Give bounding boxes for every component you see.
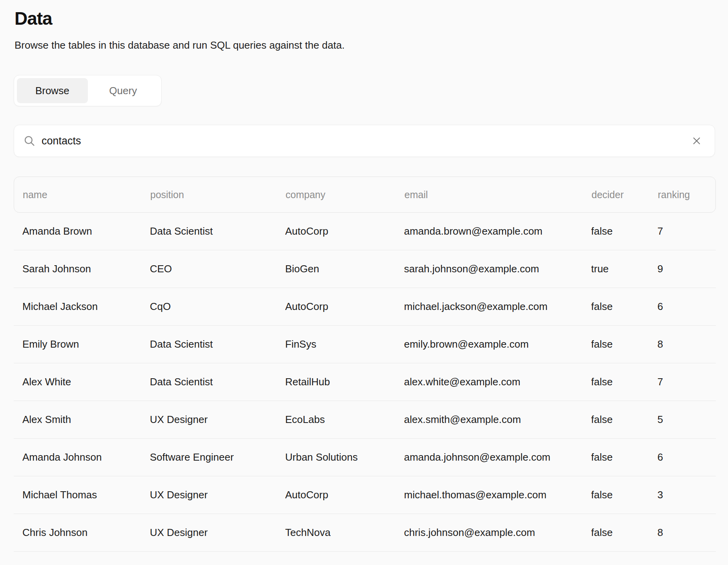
table-row: Sarah Johnson CEO BioGen sarah.johnson@e… <box>14 250 716 288</box>
cell-position: Data Scientist <box>150 338 285 350</box>
cell-decider: false <box>591 376 657 388</box>
cell-ranking: 8 <box>657 527 716 539</box>
cell-email: alex.white@example.com <box>404 376 591 388</box>
cell-ranking: 5 <box>657 414 716 426</box>
cell-position: UX Designer <box>150 414 285 426</box>
tab-query[interactable]: Query <box>88 78 159 103</box>
table-row: Amanda Johnson Software Engineer Urban S… <box>14 439 716 476</box>
cell-name: Michael Thomas <box>22 489 150 501</box>
column-header-email: email <box>404 189 592 200</box>
cell-ranking: 6 <box>657 451 716 463</box>
cell-position: UX Designer <box>150 527 285 539</box>
cell-company: AutoCorp <box>285 225 404 237</box>
clear-search-button[interactable] <box>689 133 704 149</box>
cell-position: Software Engineer <box>150 451 285 463</box>
cell-decider: false <box>591 451 657 463</box>
table-row: Alex White Data Scientist RetailHub alex… <box>14 363 716 401</box>
table-row: Emily Brown Data Scientist FinSys emily.… <box>14 326 716 363</box>
search-icon <box>23 134 36 148</box>
cell-decider: false <box>591 338 657 350</box>
column-header-ranking: ranking <box>658 189 715 200</box>
cell-position: UX Designer <box>150 489 285 501</box>
cell-email: emily.brown@example.com <box>404 338 591 350</box>
cell-email: michael.jackson@example.com <box>404 301 591 313</box>
cell-company: AutoCorp <box>285 489 404 501</box>
cell-position: CqO <box>150 301 285 313</box>
x-icon <box>691 135 703 147</box>
column-header-name: name <box>23 189 150 200</box>
cell-name: Amanda Brown <box>22 225 150 237</box>
cell-company: EcoLabs <box>285 414 404 426</box>
cell-position: Data Scientist <box>150 376 285 388</box>
table-row: Chris Johnson UX Designer TechNova chris… <box>14 514 716 552</box>
cell-position: CEO <box>150 263 285 275</box>
page-subtitle: Browse the tables in this database and r… <box>15 39 345 51</box>
cell-name: Amanda Johnson <box>22 451 150 463</box>
cell-ranking: 6 <box>657 301 716 313</box>
table-header-row: name position company email decider rank… <box>14 177 716 213</box>
cell-email: amanda.brown@example.com <box>404 225 591 237</box>
cell-company: Urban Solutions <box>285 451 404 463</box>
cell-ranking: 8 <box>657 338 716 350</box>
table-body: Amanda Brown Data Scientist AutoCorp ama… <box>14 213 716 552</box>
cell-name: Sarah Johnson <box>22 263 150 275</box>
column-header-decider: decider <box>592 189 658 200</box>
table-row: Michael Jackson CqO AutoCorp michael.jac… <box>14 288 716 326</box>
cell-name: Emily Brown <box>22 338 150 350</box>
cell-ranking: 7 <box>657 225 716 237</box>
cell-company: RetailHub <box>285 376 404 388</box>
cell-name: Alex White <box>22 376 150 388</box>
cell-email: alex.smith@example.com <box>404 414 591 426</box>
cell-decider: false <box>591 414 657 426</box>
cell-decider: true <box>591 263 657 275</box>
cell-decider: false <box>591 301 657 313</box>
table-row: Michael Thomas UX Designer AutoCorp mich… <box>14 476 716 514</box>
column-header-company: company <box>286 189 404 200</box>
tab-browse[interactable]: Browse <box>17 78 88 103</box>
table-search-box <box>14 125 715 157</box>
cell-company: FinSys <box>285 338 404 350</box>
cell-name: Alex Smith <box>22 414 150 426</box>
cell-company: TechNova <box>285 527 404 539</box>
table-row: Alex Smith UX Designer EcoLabs alex.smit… <box>14 401 716 439</box>
page-title: Data <box>15 8 52 29</box>
cell-email: chris.johnson@example.com <box>404 527 591 539</box>
cell-name: Chris Johnson <box>22 527 150 539</box>
contacts-table: name position company email decider rank… <box>14 177 716 552</box>
data-page: Data Browse the tables in this database … <box>0 0 728 565</box>
cell-ranking: 7 <box>657 376 716 388</box>
column-header-position: position <box>150 189 286 200</box>
cell-company: BioGen <box>285 263 404 275</box>
cell-decider: false <box>591 527 657 539</box>
cell-email: amanda.johnson@example.com <box>404 451 591 463</box>
cell-decider: false <box>591 489 657 501</box>
cell-name: Michael Jackson <box>22 301 150 313</box>
cell-ranking: 3 <box>657 489 716 501</box>
cell-email: michael.thomas@example.com <box>404 489 591 501</box>
cell-email: sarah.johnson@example.com <box>404 263 591 275</box>
cell-ranking: 9 <box>657 263 716 275</box>
table-row: Amanda Brown Data Scientist AutoCorp ama… <box>14 213 716 250</box>
cell-company: AutoCorp <box>285 301 404 313</box>
cell-decider: false <box>591 225 657 237</box>
browse-query-tab-group: Browse Query <box>14 75 162 106</box>
cell-position: Data Scientist <box>150 225 285 237</box>
search-input[interactable] <box>42 125 689 157</box>
